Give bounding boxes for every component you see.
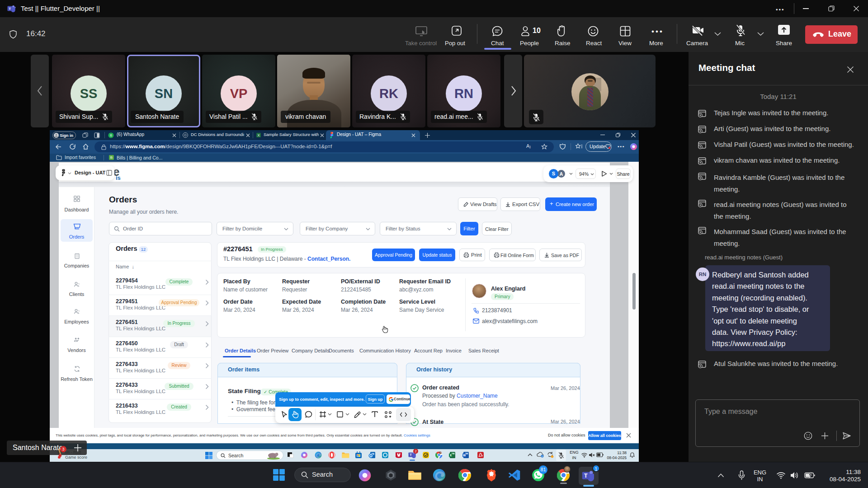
svg-text:W: W bbox=[463, 454, 466, 457]
svg-text:T: T bbox=[9, 7, 11, 11]
svg-text:6: 6 bbox=[110, 133, 112, 137]
svg-text:T: T bbox=[410, 453, 412, 457]
svg-text:X: X bbox=[450, 454, 452, 457]
svg-text:T: T bbox=[584, 473, 588, 479]
svg-text:X: X bbox=[257, 133, 259, 137]
